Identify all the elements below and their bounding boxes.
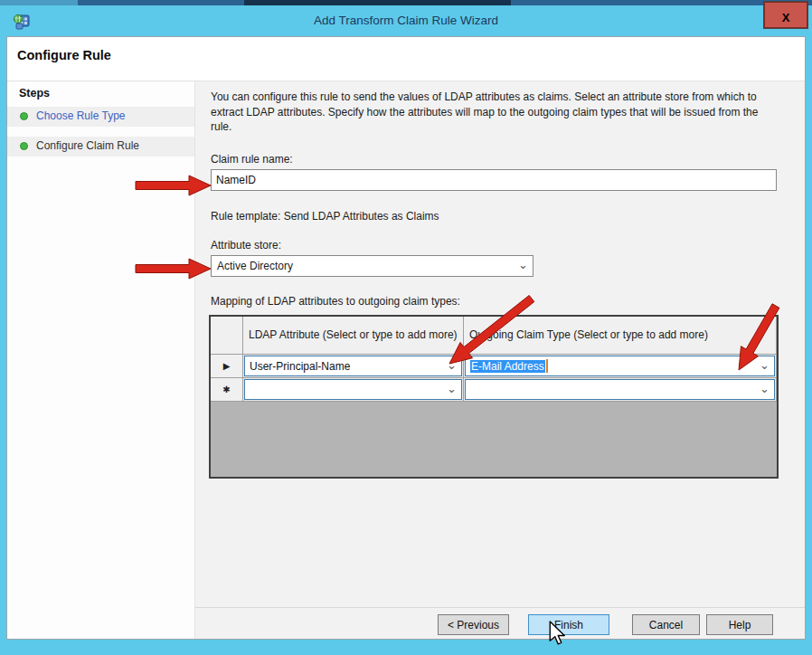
attribute-store-select[interactable]: Active Directory ⌄ [211,255,533,277]
rule-description-text: You can configure this rule to send the … [211,90,780,135]
table-cell: ⌄ [464,378,777,402]
row-selector-new[interactable]: ✱ [211,378,243,402]
sidebar-item-configure-claim-rule[interactable]: Configure Claim Rule [7,137,194,157]
row-selector-current[interactable]: ▶ [211,355,243,378]
cancel-button[interactable]: Cancel [632,614,700,635]
column-header-outgoing-claim-type: Outgoing Claim Type (Select or type to a… [464,317,777,355]
ldap-attribute-select-row1[interactable]: User-Principal-Name ⌄ [244,356,462,376]
chevron-down-icon: ⌄ [760,383,770,394]
previous-button[interactable]: < Previous [438,614,509,635]
chevron-down-icon: ⌄ [447,383,457,394]
attribute-store-label: Attribute store: [211,239,281,252]
wizard-window: Add Transform Claim Rule Wizard X Config… [0,0,812,655]
page-title: Configure Rule [17,48,111,62]
dialog-body: Configure Rule Steps Choose Rule Type Co… [6,36,806,640]
divider [195,607,805,608]
outgoing-claim-type-select-row1[interactable]: E-Mail Address ⌄ [465,356,775,376]
table-corner-cell [211,317,243,355]
outgoing-claim-type-select-row2[interactable]: ⌄ [465,379,775,400]
claim-rule-name-input[interactable] [211,169,777,191]
chevron-down-icon: ⌄ [760,359,770,371]
chevron-down-icon: ⌄ [518,259,528,271]
attribute-store-value: Active Directory [217,260,293,272]
steps-heading: Steps [19,87,50,100]
ldap-attribute-select-row2[interactable]: ⌄ [244,379,462,400]
table-cell: ⌄ [243,378,464,402]
finish-button[interactable]: Finish [528,614,609,635]
mapping-table: LDAP Attribute (Select or type to add mo… [209,315,779,479]
claim-rule-name-label: Claim rule name: [211,153,293,166]
step-label: Configure Claim Rule [36,139,139,152]
chevron-down-icon: ⌄ [447,359,457,371]
rule-template-text: Rule template: Send LDAP Attributes as C… [211,210,439,223]
step-completed-icon [20,142,28,150]
table-empty-area [211,402,777,477]
close-button[interactable]: X [764,2,807,28]
step-completed-icon [20,112,28,120]
column-header-ldap-attribute: LDAP Attribute (Select or type to add mo… [243,317,464,355]
main-panel: You can configure this rule to send the … [195,81,805,639]
table-cell: User-Principal-Name ⌄ [243,355,464,378]
table-cell: E-Mail Address ⌄ [464,355,777,378]
text-caret [546,359,548,373]
step-label: Choose Rule Type [36,109,126,122]
outgoing-claim-type-value: E-Mail Address [470,360,545,373]
steps-sidebar: Steps Choose Rule Type Configure Claim R… [7,81,194,639]
window-title: Add Transform Claim Rule Wizard [0,14,812,27]
help-button[interactable]: Help [706,614,773,635]
mapping-label: Mapping of LDAP attributes to outgoing c… [211,295,460,308]
sidebar-item-choose-rule-type[interactable]: Choose Rule Type [7,107,194,127]
titlebar[interactable]: Add Transform Claim Rule Wizard X [0,5,812,36]
ldap-attribute-value: User-Principal-Name [250,360,350,373]
